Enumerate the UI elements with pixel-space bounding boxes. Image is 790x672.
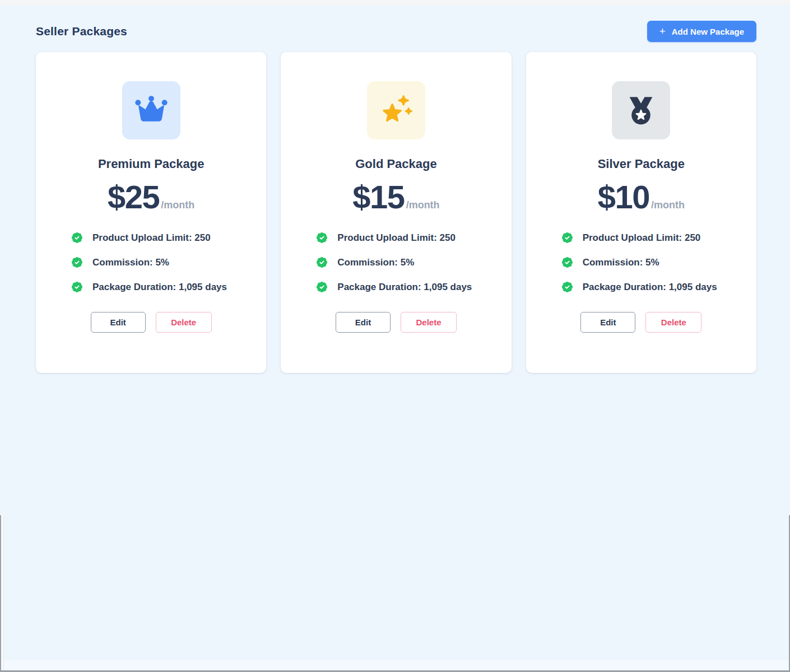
package-period: /month	[406, 199, 440, 211]
feature-label: Package Duration: 1,095 days	[337, 282, 472, 293]
feature-label: Package Duration: 1,095 days	[92, 282, 227, 293]
badge-check-icon	[71, 281, 83, 293]
feature-label: Commission: 5%	[337, 257, 414, 268]
crown-icon	[122, 81, 180, 139]
feature-label: Package Duration: 1,095 days	[583, 282, 717, 293]
badge-check-icon	[71, 231, 83, 244]
feature-commission: Commission: 5%	[561, 256, 722, 269]
feature-duration: Package Duration: 1,095 days	[71, 281, 231, 293]
package-period: /month	[161, 199, 194, 211]
packages-grid: Premium Package $25 /month Product Uploa…	[36, 52, 756, 373]
feature-list: Product Upload Limit: 250 Commission: 5%…	[71, 231, 231, 293]
plus-icon: +	[659, 26, 666, 36]
card-actions: Edit Delete	[580, 312, 701, 333]
delete-button[interactable]: Delete	[401, 312, 457, 333]
package-card-gold: Gold Package $15 /month Product Upload L…	[281, 52, 511, 373]
package-price: $25	[108, 178, 159, 216]
feature-commission: Commission: 5%	[71, 256, 231, 269]
feature-label: Commission: 5%	[92, 257, 169, 268]
delete-button[interactable]: Delete	[156, 312, 212, 333]
top-edge-strip	[0, 0, 790, 5]
package-price-row: $25 /month	[108, 178, 194, 216]
page-header: Seller Packages + Add New Package	[0, 21, 790, 42]
edit-button[interactable]: Edit	[91, 312, 146, 333]
package-card-premium: Premium Package $25 /month Product Uploa…	[36, 52, 266, 373]
package-name: Gold Package	[355, 157, 437, 171]
feature-commission: Commission: 5%	[315, 256, 476, 269]
delete-button[interactable]: Delete	[645, 312, 701, 333]
badge-check-icon	[561, 281, 574, 293]
edit-button[interactable]: Edit	[336, 312, 391, 333]
badge-check-icon	[315, 231, 328, 244]
feature-duration: Package Duration: 1,095 days	[561, 281, 722, 293]
badge-check-icon	[315, 281, 328, 293]
feature-label: Commission: 5%	[583, 257, 659, 268]
add-new-package-button[interactable]: + Add New Package	[647, 21, 756, 42]
feature-upload-limit: Product Upload Limit: 250	[71, 231, 231, 244]
medal-icon	[612, 81, 670, 139]
package-price-row: $15 /month	[352, 178, 439, 216]
package-price: $10	[598, 178, 649, 216]
feature-upload-limit: Product Upload Limit: 250	[561, 231, 722, 244]
package-name: Premium Package	[98, 157, 205, 171]
badge-check-icon	[561, 256, 574, 269]
feature-label: Product Upload Limit: 250	[337, 232, 456, 244]
feature-duration: Package Duration: 1,095 days	[315, 281, 476, 293]
star-icon	[367, 81, 425, 139]
feature-list: Product Upload Limit: 250 Commission: 5%…	[561, 231, 722, 293]
feature-label: Product Upload Limit: 250	[92, 232, 211, 244]
page-title: Seller Packages	[36, 25, 127, 38]
edit-button[interactable]: Edit	[580, 312, 635, 333]
feature-upload-limit: Product Upload Limit: 250	[315, 231, 476, 244]
card-actions: Edit Delete	[91, 312, 212, 333]
package-price: $15	[352, 178, 404, 216]
package-name: Silver Package	[598, 157, 685, 171]
badge-check-icon	[315, 256, 328, 269]
feature-label: Product Upload Limit: 250	[583, 232, 701, 244]
package-price-row: $10 /month	[598, 178, 685, 216]
add-new-package-label: Add New Package	[672, 27, 744, 36]
feature-list: Product Upload Limit: 250 Commission: 5%…	[315, 231, 476, 293]
package-card-silver: Silver Package $10 /month Product Upload…	[526, 52, 756, 373]
badge-check-icon	[71, 256, 83, 269]
package-period: /month	[651, 199, 685, 211]
lower-viewport-frame	[0, 515, 790, 672]
badge-check-icon	[561, 231, 574, 244]
card-actions: Edit Delete	[336, 312, 457, 333]
